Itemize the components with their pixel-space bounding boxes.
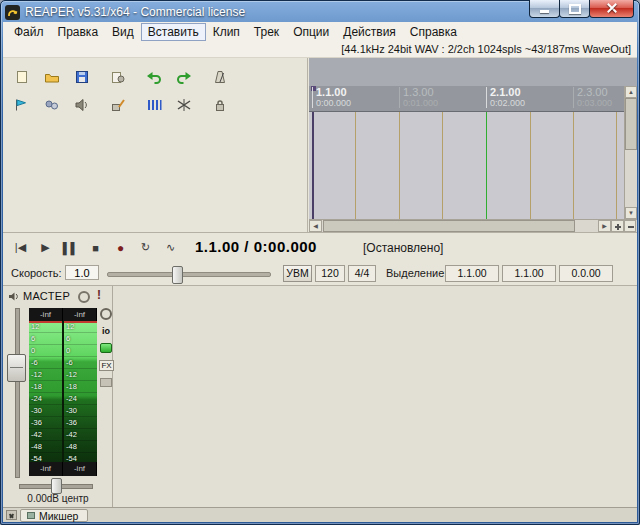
screensets-button[interactable]	[39, 94, 65, 116]
master-volume-button[interactable]	[69, 94, 95, 116]
grid-button[interactable]	[141, 94, 167, 116]
maximize-button[interactable]	[559, 0, 590, 18]
tempo-mode-button[interactable]: УВМ	[283, 265, 312, 282]
master-vu-meters[interactable]: -inf -inf 12 6 0 -6 -12 -18 -24 -30	[29, 308, 97, 476]
speaker-icon	[8, 291, 19, 302]
master-fader-handle[interactable]	[7, 354, 26, 382]
ruler-marker: 1.3.00 0:01.000	[399, 87, 438, 108]
vertical-scroll-thumb[interactable]	[625, 98, 637, 150]
menu-edit[interactable]: Правка	[51, 23, 106, 41]
menu-track[interactable]: Трек	[247, 23, 286, 41]
crossfade-icon	[176, 98, 192, 112]
grid-line	[530, 112, 531, 219]
minus-icon	[628, 226, 634, 228]
new-project-icon	[14, 70, 30, 84]
auto-arm-button[interactable]	[105, 94, 131, 116]
goto-start-button[interactable]: |◀	[9, 238, 32, 257]
title-bar[interactable]: REAPER v5.31/x64 - Commercial license	[5, 3, 520, 21]
master-fader-track[interactable]	[15, 308, 20, 478]
menu-view[interactable]: Вид	[105, 23, 141, 41]
minimize-icon	[540, 10, 549, 13]
project-settings-button[interactable]	[105, 66, 131, 88]
floor-right: -inf	[63, 462, 97, 476]
record-button[interactable]: ●	[109, 238, 132, 257]
io-button[interactable]: io	[99, 327, 113, 336]
menu-help[interactable]: Справка	[403, 23, 464, 41]
playrate-slider[interactable]	[107, 272, 271, 277]
zoom-in-button[interactable]	[611, 220, 624, 232]
selection-start-field[interactable]: 1.1.00	[445, 265, 499, 282]
redo-button[interactable]	[171, 66, 197, 88]
pause-button[interactable]: ▌▌	[59, 238, 82, 257]
scroll-left-button[interactable]: ◀	[309, 220, 322, 232]
play-button[interactable]: ▶	[34, 238, 57, 257]
undo-icon	[146, 70, 162, 84]
scroll-right-button[interactable]: ▶	[598, 220, 611, 232]
selection-length-field[interactable]: 0.0.00	[559, 265, 613, 282]
master-label: МАСТЕР	[23, 290, 70, 302]
peak-readouts: -inf -inf	[29, 308, 97, 321]
alert-indicator[interactable]: !	[97, 288, 101, 302]
envelope-button[interactable]: ∿	[159, 238, 182, 257]
transport-buttons: |◀ ▶ ▌▌ ■ ● ↻ ∿	[9, 238, 182, 257]
screensets-icon	[44, 98, 60, 112]
grid-line	[616, 112, 617, 219]
metronome-button[interactable]	[207, 66, 233, 88]
menu-insert[interactable]: Вставить	[141, 23, 206, 41]
arrange-view[interactable]	[309, 112, 624, 219]
menu-item[interactable]: Клип	[206, 23, 247, 41]
menu-options[interactable]: Опции	[286, 23, 336, 41]
transport-position-display[interactable]: 1.1.00 / 0:00.000	[195, 238, 317, 255]
master-header[interactable]: МАСТЕР	[8, 290, 70, 302]
record-arm-icon[interactable]	[78, 291, 90, 303]
grid-line	[573, 112, 574, 219]
time-signature-field[interactable]: 4/4	[348, 265, 376, 282]
horizontal-scroll-thumb[interactable]	[323, 220, 575, 232]
undo-button[interactable]	[141, 66, 167, 88]
pencil-lock-icon	[110, 98, 126, 112]
new-project-button[interactable]	[9, 66, 35, 88]
timeline-ruler[interactable]: 1.1.00 0:00.000 1.3.00 0:01.000 2.1.00 0…	[309, 86, 624, 112]
grid-icon	[146, 98, 162, 112]
mono-button[interactable]	[100, 343, 112, 353]
playrate-row: Скорость: 1.0 УВМ 120 4/4 Выделение: 1.1…	[3, 262, 637, 285]
selection-label: Выделение:	[386, 267, 447, 279]
scroll-down-button[interactable]: ▼	[625, 207, 637, 219]
big-clock-button[interactable]	[9, 94, 35, 116]
menu-actions[interactable]: Действия	[336, 23, 403, 41]
crossfade-button[interactable]	[171, 94, 197, 116]
selection-end-field[interactable]: 1.1.00	[502, 265, 556, 282]
close-button[interactable]	[589, 0, 634, 18]
phase-icon[interactable]	[100, 308, 112, 320]
track-panel-area[interactable]	[3, 58, 308, 232]
stop-button[interactable]: ■	[84, 238, 107, 257]
zoom-out-button[interactable]	[624, 220, 636, 232]
speaker-icon	[74, 98, 90, 112]
playrate-slider-handle[interactable]	[172, 266, 183, 284]
peak-left: -inf	[29, 308, 63, 321]
env-button[interactable]	[100, 378, 112, 387]
horizontal-scrollbar[interactable]: ◀ ▶	[309, 219, 637, 232]
menu-file[interactable]: Файл	[7, 23, 51, 41]
ruler-marker: 2.1.00 0:02.000	[486, 87, 525, 108]
mixer-panel: МАСТЕР ! -inf -inf 12 6 0	[3, 285, 637, 507]
save-project-button[interactable]	[69, 66, 95, 88]
docker-close-button[interactable]	[6, 510, 17, 520]
playrate-value-field[interactable]: 1.0	[65, 265, 99, 280]
docker-tab-label: Микшер	[39, 510, 78, 522]
repeat-button[interactable]: ↻	[134, 238, 157, 257]
big-clock-icon	[14, 98, 30, 112]
lock-button[interactable]	[207, 94, 233, 116]
marker-lane[interactable]	[309, 58, 637, 87]
pan-slider-handle[interactable]	[51, 478, 62, 494]
scroll-up-button[interactable]: ▲	[625, 86, 637, 98]
bpm-field[interactable]: 120	[315, 265, 345, 282]
fx-button[interactable]: FX	[99, 360, 114, 371]
minimize-button[interactable]	[529, 0, 560, 18]
tab-mixer[interactable]: Микшер	[20, 509, 88, 522]
edit-cursor-line	[312, 112, 314, 219]
vertical-scrollbar[interactable]: ▲ ▼	[624, 86, 637, 219]
open-project-button[interactable]	[39, 66, 65, 88]
metronome-icon	[212, 70, 228, 84]
menu-bar: Файл Правка Вид Вставить Клип Трек Опции…	[3, 22, 637, 41]
